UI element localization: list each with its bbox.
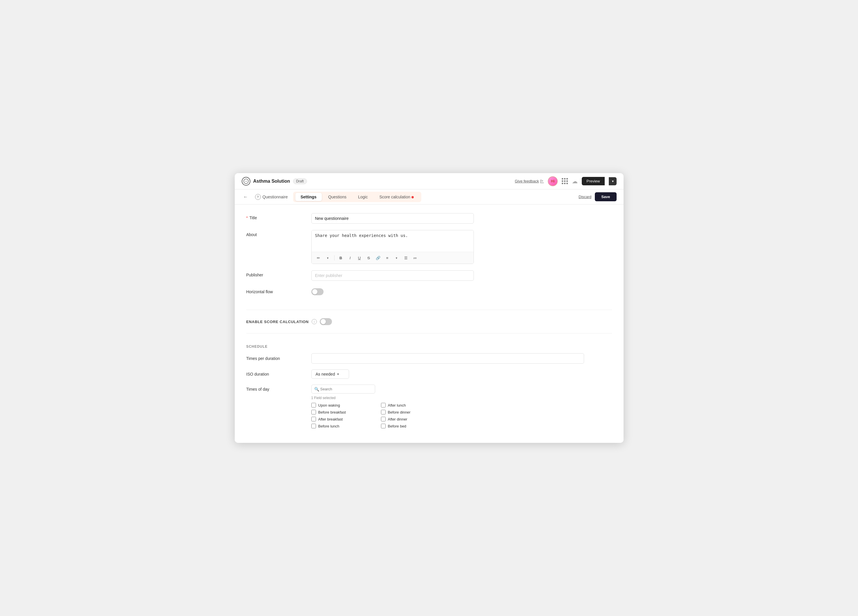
after-breakfast-checkbox[interactable] — [311, 417, 316, 421]
chevron-down-icon: ▾ — [337, 372, 339, 376]
chevron-down-btn[interactable]: ▾ — [324, 254, 332, 262]
cloud-icon: ☁ — [572, 178, 578, 185]
topbar-right: Give feedback 🏳 Hi ☁ Preview ▾ — [515, 176, 616, 186]
title-field — [311, 213, 612, 223]
publisher-label: Publisher — [246, 270, 305, 277]
list-item[interactable]: Before bed — [381, 424, 439, 428]
preview-button[interactable]: Preview — [582, 177, 605, 185]
schedule-section: SCHEDULE Times per duration ISO duration… — [246, 341, 612, 428]
before-bed-label: Before bed — [388, 424, 407, 428]
times-of-day-row: Times of day 🔍 1 Field selected Upon wak… — [246, 385, 612, 428]
ordered-list-button[interactable]: ≔ — [411, 254, 419, 262]
times-per-duration-input[interactable] — [311, 353, 584, 364]
before-breakfast-label: Before breakfast — [318, 410, 346, 414]
score-calc-section: ENABLE SCORE CALCULATION i — [246, 318, 612, 334]
search-icon: 🔍 — [314, 387, 319, 391]
enable-score-row: ENABLE SCORE CALCULATION i — [246, 318, 612, 325]
tab-score-calculation[interactable]: Score calculation — [374, 193, 419, 201]
grid-icon[interactable] — [562, 178, 568, 184]
times-per-duration-label: Times per duration — [246, 356, 305, 361]
after-dinner-label: After dinner — [388, 417, 407, 421]
field-selected-count: 1 Field selected — [311, 396, 612, 400]
list-item[interactable]: Upon waking — [311, 403, 369, 408]
about-row: About Share your health experiences with… — [246, 230, 612, 264]
align-chevron[interactable]: ▾ — [393, 254, 401, 262]
questionnaire-section: ? Questionnaire — [255, 194, 288, 200]
upon-waking-checkbox[interactable] — [311, 403, 316, 408]
back-button[interactable]: ← — [242, 193, 250, 201]
list-item[interactable]: Before lunch — [311, 424, 369, 428]
before-bed-checkbox[interactable] — [381, 424, 385, 428]
schedule-title: SCHEDULE — [246, 344, 612, 349]
questionnaire-icon: ? — [255, 194, 261, 200]
discard-button[interactable]: Discard — [578, 195, 591, 199]
iso-duration-label: ISO duration — [246, 372, 305, 376]
times-search-input[interactable] — [311, 385, 375, 394]
paint-icon[interactable]: ✏ — [314, 254, 323, 262]
list-item[interactable]: Before breakfast — [311, 410, 369, 414]
draft-badge: Draft — [293, 178, 307, 184]
preview-caret-button[interactable]: ▾ — [609, 177, 617, 185]
list-item[interactable]: After dinner — [381, 417, 439, 421]
title-input[interactable] — [311, 213, 474, 223]
bold-button[interactable]: B — [337, 254, 345, 262]
feedback-link[interactable]: Give feedback 🏳 — [515, 179, 544, 183]
about-field: Share your health experiences with us. ✏… — [311, 230, 612, 264]
topbar-left: Asthma Solution Draft — [242, 177, 307, 186]
tab-settings[interactable]: Settings — [295, 193, 322, 201]
times-search-wrap: 🔍 — [311, 385, 375, 394]
about-label: About — [246, 230, 305, 237]
avatar: Hi — [548, 176, 558, 186]
times-of-day-field: 🔍 1 Field selected Upon waking After lun… — [311, 385, 612, 428]
strikethrough-button[interactable]: S — [365, 254, 373, 262]
before-dinner-checkbox[interactable] — [381, 410, 385, 414]
horizontal-flow-field — [311, 287, 612, 295]
publisher-input[interactable] — [311, 270, 474, 281]
horizontal-flow-row: Horizontal flow — [246, 287, 612, 295]
times-per-duration-row: Times per duration — [246, 353, 612, 364]
title-row: * Title — [246, 213, 612, 223]
italic-button[interactable]: I — [346, 254, 354, 262]
list-item[interactable]: Before dinner — [381, 410, 439, 414]
about-textarea[interactable]: Share your health experiences with us. — [312, 230, 474, 251]
info-icon[interactable]: i — [312, 319, 317, 324]
subbar: ← ? Questionnaire Settings Questions Log… — [235, 189, 623, 205]
iso-duration-field: As needed ▾ — [311, 369, 612, 379]
app-logo — [242, 177, 250, 186]
iso-duration-value: As needed — [316, 372, 335, 376]
tab-questions[interactable]: Questions — [323, 193, 352, 201]
topbar: Asthma Solution Draft Give feedback 🏳 Hi… — [235, 173, 623, 189]
link-button[interactable]: 🔗 — [374, 254, 382, 262]
tab-logic[interactable]: Logic — [353, 193, 373, 201]
underline-button[interactable]: U — [356, 254, 364, 262]
save-button[interactable]: Save — [595, 192, 616, 201]
list-item[interactable]: After breakfast — [311, 417, 369, 421]
after-lunch-checkbox[interactable] — [381, 403, 385, 408]
times-per-duration-field — [311, 353, 612, 364]
times-of-day-grid: Upon waking After lunch Before breakfast — [311, 403, 439, 428]
subbar-right: Discard Save — [578, 192, 616, 201]
after-lunch-label: After lunch — [388, 403, 406, 408]
before-lunch-checkbox[interactable] — [311, 424, 316, 428]
publisher-field — [311, 270, 612, 281]
before-dinner-label: Before dinner — [388, 410, 410, 414]
enable-score-toggle[interactable] — [320, 318, 332, 325]
about-editor-wrap: Share your health experiences with us. ✏… — [311, 230, 474, 264]
before-breakfast-checkbox[interactable] — [311, 410, 316, 414]
unordered-list-button[interactable]: ☰ — [402, 254, 410, 262]
app-window: Asthma Solution Draft Give feedback 🏳 Hi… — [235, 173, 623, 443]
main-content: * Title About Share your health experien… — [235, 205, 623, 443]
enable-score-label: ENABLE SCORE CALCULATION — [246, 320, 309, 324]
list-item[interactable]: After lunch — [381, 403, 439, 408]
required-marker: * — [246, 216, 248, 220]
after-breakfast-label: After breakfast — [318, 417, 343, 421]
flag-icon: 🏳 — [540, 179, 544, 183]
horizontal-flow-toggle[interactable] — [311, 288, 323, 295]
publisher-row: Publisher — [246, 270, 612, 281]
editor-toolbar: ✏ ▾ B I U S 🔗 ≡ ▾ ☰ ≔ — [312, 252, 474, 264]
after-dinner-checkbox[interactable] — [381, 417, 385, 421]
before-lunch-label: Before lunch — [318, 424, 339, 428]
align-button[interactable]: ≡ — [383, 254, 392, 262]
times-of-day-label: Times of day — [246, 385, 305, 391]
iso-duration-select[interactable]: As needed ▾ — [311, 369, 349, 379]
